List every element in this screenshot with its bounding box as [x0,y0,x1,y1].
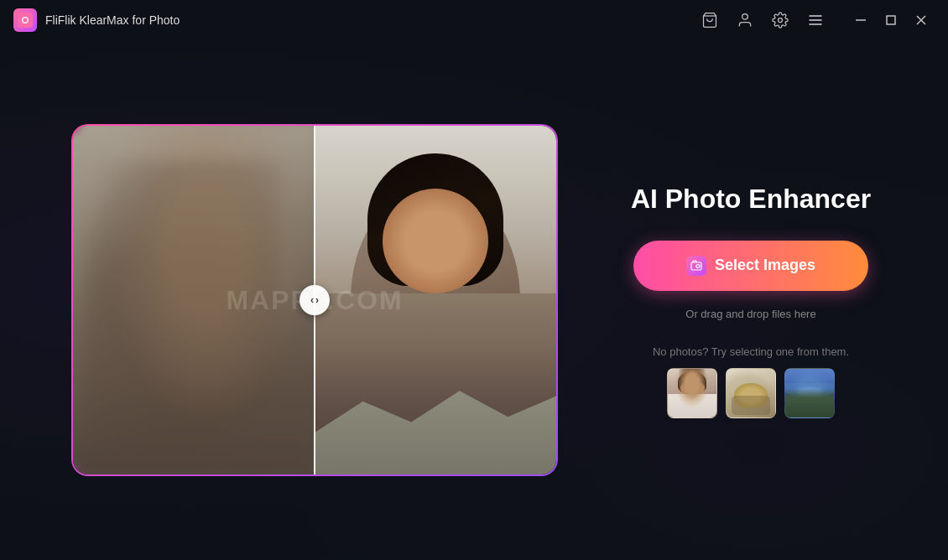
sample-thumb-landscape[interactable] [784,368,835,418]
select-images-button-icon [686,256,706,276]
sample-thumb-stilllife[interactable] [726,368,776,418]
titlebar-right [700,7,935,34]
preview-inner: MAPPP.COM ‹ › [73,126,556,474]
minimize-button[interactable] [847,7,874,34]
menu-icon[interactable] [805,10,826,30]
window-controls [847,7,935,34]
blurred-figure [85,161,278,458]
settings-icon[interactable] [770,10,790,30]
svg-rect-10 [887,16,895,24]
close-button[interactable] [908,7,935,34]
slider-arrows: ‹ › [310,294,319,306]
select-images-button[interactable]: Select Images [633,241,868,291]
select-images-label: Select Images [715,257,815,274]
enhancer-title: AI Photo Enhancer [631,182,871,217]
cart-icon[interactable] [700,10,720,30]
app-title: FliFlik KlearMax for Photo [45,13,180,27]
titlebar: FliFlik KlearMax for Photo [0,0,948,40]
sample-hint: No photos? Try selecting one from them. [653,345,849,358]
app-icon [13,8,37,32]
slider-handle[interactable]: ‹ › [300,285,330,315]
drag-drop-text: Or drag and drop files here [685,308,815,320]
right-panel: AI Photo Enhancer Select Images Or drag … [625,182,877,418]
photo-right-sharp [315,126,556,474]
titlebar-left: FliFlik KlearMax for Photo [13,8,180,32]
sample-photos [667,368,835,418]
preview-panel: MAPPP.COM ‹ › [71,124,558,476]
svg-point-4 [742,14,748,20]
sample-section: No photos? Try selecting one from them. [653,345,849,418]
svg-point-14 [696,264,700,267]
svg-point-5 [779,18,783,23]
maximize-button[interactable] [878,7,904,34]
main-content: MAPPP.COM ‹ › AI Photo Enhancer [0,40,948,560]
user-icon[interactable] [735,10,755,30]
svg-point-2 [23,18,28,23]
sample-thumb-portrait[interactable] [667,368,717,418]
photo-left-blurred [73,126,315,474]
